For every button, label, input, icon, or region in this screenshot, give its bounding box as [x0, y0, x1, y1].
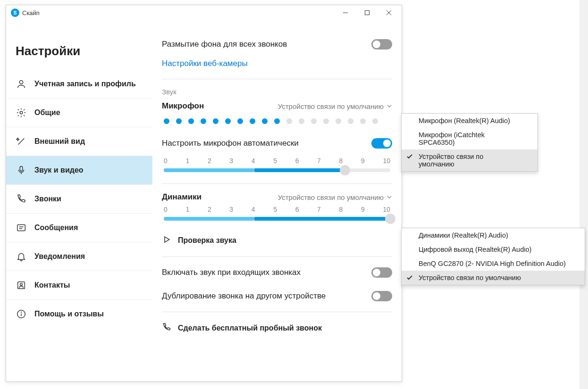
slider-track: [164, 168, 390, 172]
tick-label: 2: [208, 157, 211, 165]
tick-label: 8: [339, 157, 343, 165]
bell-icon: [16, 251, 27, 262]
slider-ticks: 012345678910: [164, 206, 390, 217]
microphone-device-select[interactable]: Устройство связи по умолчанию: [278, 102, 392, 110]
divider: [162, 183, 392, 184]
tick-label: 4: [252, 157, 255, 165]
dropdown-item[interactable]: Микрофон (Realtek(R) Audio): [402, 114, 538, 128]
tick-label: 1: [185, 157, 189, 165]
incoming-sound-toggle[interactable]: [371, 267, 392, 278]
sidebar-item-appearance[interactable]: Внешний вид: [6, 127, 152, 156]
chevron-down-icon: [386, 102, 392, 110]
svg-rect-1: [365, 11, 370, 15]
level-dot: [237, 118, 243, 124]
auto-mic-label: Настроить микрофон автоматически: [162, 139, 299, 148]
level-dot: [213, 118, 218, 124]
sound-check-row[interactable]: Проверка звука: [162, 228, 392, 253]
user-icon: [16, 78, 27, 90]
phone-icon: [162, 323, 171, 334]
tick-label: 7: [317, 206, 321, 213]
sidebar-item-calls[interactable]: Звонки: [6, 184, 152, 213]
tick-label: 7: [317, 157, 321, 165]
sidebar-item-label: Общие: [34, 108, 60, 118]
level-dot: [188, 118, 194, 124]
speakers-slider[interactable]: 012345678910: [162, 204, 392, 228]
window-title: Скайп: [22, 9, 335, 17]
dropdown-item[interactable]: Цифровой выход (Realtek(R) Audio): [402, 242, 585, 257]
svg-point-11: [20, 283, 23, 286]
sidebar-item-general[interactable]: Общие: [6, 98, 152, 127]
mic-slider[interactable]: 012345678910: [162, 155, 392, 180]
speakers-title: Динамики: [162, 192, 202, 202]
svg-rect-7: [17, 225, 25, 231]
level-dot: [323, 118, 329, 124]
duplicate-call-toggle[interactable]: [371, 291, 392, 301]
speakers-row: Динамики Устройство связи по умолчанию: [162, 188, 392, 204]
sidebar-item-contacts[interactable]: Контакты: [6, 271, 152, 299]
webcam-settings-link[interactable]: Настройки веб-камеры: [162, 56, 248, 75]
dropdown-item[interactable]: Устройство связи по умолчанию: [402, 271, 585, 285]
minimize-button[interactable]: [335, 5, 356, 20]
incoming-sound-label: Включать звук при входящих звонках: [162, 268, 301, 277]
dropdown-item[interactable]: Устройство связи по умолчанию: [402, 149, 538, 171]
speakers-device-select[interactable]: Устройство связи по умолчанию: [278, 193, 392, 201]
test-call-row[interactable]: Сделать бесплатный пробный звонок: [162, 316, 392, 340]
tick-label: 6: [295, 157, 299, 165]
tick-label: 2: [208, 206, 211, 213]
phone-icon: [16, 193, 27, 205]
background-blur-toggle[interactable]: [371, 39, 392, 50]
slider-thumb[interactable]: [340, 165, 350, 175]
speakers-dropdown: Динамики (Realtek(R) Audio) Цифровой вых…: [401, 228, 585, 285]
svg-point-4: [19, 81, 23, 84]
sidebar-item-messages[interactable]: Сообщения: [6, 213, 152, 242]
sidebar-item-help[interactable]: Помощь и отзывы: [6, 299, 152, 328]
microphone-row: Микрофон Устройство связи по умолчанию: [162, 97, 392, 113]
page-scrollbar[interactable]: [580, 0, 588, 389]
maximize-button[interactable]: [356, 5, 378, 20]
tick-label: 4: [252, 206, 255, 213]
sidebar-item-notifications[interactable]: Уведомления: [6, 242, 152, 271]
sidebar-item-label: Уведомления: [34, 252, 85, 262]
sidebar-item-label: Контакты: [34, 281, 70, 290]
settings-content: Размытие фона для всех звонков Настройки…: [152, 20, 402, 381]
slider-fill-dark: [254, 168, 345, 172]
tick-label: 9: [361, 206, 365, 213]
settings-sidebar: Настройки Учетная запись и профиль Общие…: [6, 20, 152, 381]
check-icon: [406, 274, 413, 282]
level-dot: [176, 118, 182, 124]
divider: [162, 79, 392, 79]
level-dot: [250, 118, 255, 124]
skype-logo-icon: S: [11, 8, 19, 17]
sidebar-item-label: Учетная запись и профиль: [34, 79, 136, 89]
incoming-sound-row: Включать звук при входящих звонках: [162, 261, 392, 284]
microphone-level-meter: [162, 113, 392, 132]
tick-label: 1: [185, 206, 189, 213]
level-dot: [225, 118, 231, 124]
slider-thumb[interactable]: [385, 214, 395, 224]
dropdown-item[interactable]: BenQ GC2870 (2- NVIDIA High Definition A…: [402, 257, 585, 271]
close-button[interactable]: [378, 5, 400, 20]
sidebar-item-account[interactable]: Учетная запись и профиль: [6, 70, 152, 98]
slider-fill-light: [164, 168, 254, 172]
sidebar-item-audio-video[interactable]: Звук и видео: [6, 156, 152, 184]
dropdown-item[interactable]: Динамики (Realtek(R) Audio): [402, 228, 585, 242]
tick-label: 3: [229, 206, 233, 213]
contacts-icon: [16, 280, 27, 291]
tick-label: 3: [229, 157, 233, 165]
sidebar-item-label: Звонки: [34, 194, 61, 204]
settings-window: S Скайп Настройки Учетная запись и профи…: [6, 5, 402, 382]
tick-label: 5: [273, 206, 277, 213]
level-dot: [286, 118, 292, 124]
microphone-title: Микрофон: [162, 101, 204, 111]
level-dot: [311, 118, 317, 124]
gear-icon: [16, 107, 27, 118]
tick-label: 6: [295, 206, 299, 213]
window-controls: [335, 5, 400, 20]
microphone-dropdown: Микрофон (Realtek(R) Audio) Микрофон (iC…: [401, 113, 538, 172]
auto-mic-toggle[interactable]: [371, 138, 392, 149]
check-icon: [406, 153, 413, 161]
test-call-label: Сделать бесплатный пробный звонок: [178, 324, 322, 332]
wand-icon: [16, 136, 27, 147]
tick-label: 10: [383, 206, 390, 213]
dropdown-item[interactable]: Микрофон (iCatchtek SPCA6350): [402, 128, 538, 149]
